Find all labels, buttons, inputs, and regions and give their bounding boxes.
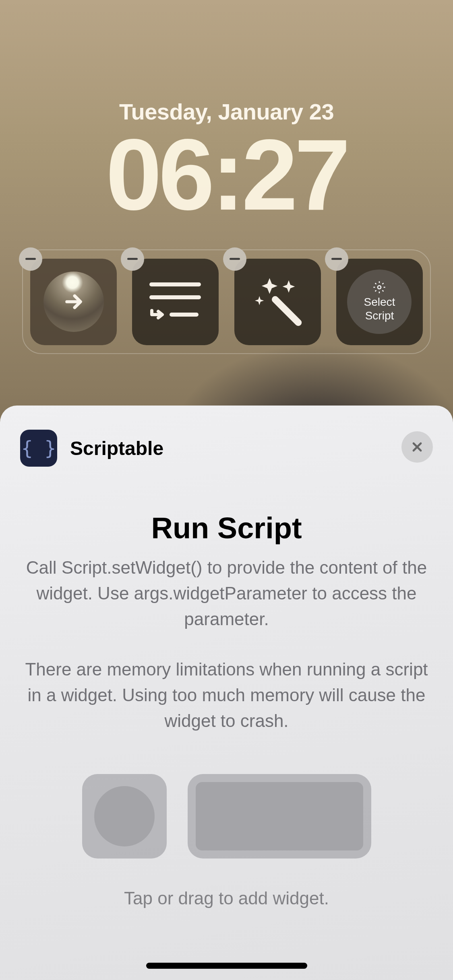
widget-slot-2[interactable] <box>132 259 219 345</box>
widget-slot-4[interactable]: Select Script <box>336 259 423 345</box>
remove-widget-button[interactable] <box>19 247 42 271</box>
widget-preview-large[interactable] <box>188 774 371 859</box>
arrow-right-icon <box>62 290 85 313</box>
remove-widget-button[interactable] <box>121 247 144 271</box>
remove-widget-button[interactable] <box>325 247 348 271</box>
widget-title: Run Script <box>20 511 433 545</box>
list-icon <box>149 276 202 328</box>
close-button[interactable] <box>401 431 433 463</box>
svg-point-1 <box>378 286 381 289</box>
preview-rect-icon <box>196 782 363 850</box>
close-icon <box>410 440 424 454</box>
sheet-header: { } Scriptable <box>20 430 433 467</box>
widget-picker-sheet: { } Scriptable Run Script Call Script.se… <box>0 406 453 980</box>
widget-size-previews <box>20 774 433 859</box>
circle-arrow-widget <box>43 272 104 332</box>
widget-slot-3[interactable] <box>234 259 321 345</box>
magic-wand-icon <box>249 274 306 330</box>
remove-widget-button[interactable] <box>223 247 246 271</box>
lockscreen-time: 06:27 <box>0 125 453 225</box>
home-indicator[interactable] <box>146 963 307 969</box>
tap-drag-hint: Tap or drag to add widget. <box>20 888 433 908</box>
scriptable-app-icon: { } <box>20 430 57 467</box>
widget-preview-small[interactable] <box>82 774 167 859</box>
preview-circle-icon <box>94 786 155 846</box>
lockscreen-widgets-container: Select Script <box>22 249 431 354</box>
widget-slot-1[interactable] <box>30 259 117 345</box>
widget-description-1: Call Script.setWidget() to provide the c… <box>20 555 433 632</box>
svg-rect-0 <box>271 295 303 327</box>
app-name-label: Scriptable <box>70 437 163 459</box>
widget-description-2: There are memory limitations when runnin… <box>20 657 433 733</box>
select-script-widget: Select Script <box>347 270 412 334</box>
gear-icon <box>373 281 386 294</box>
select-script-label: Select Script <box>364 295 395 322</box>
